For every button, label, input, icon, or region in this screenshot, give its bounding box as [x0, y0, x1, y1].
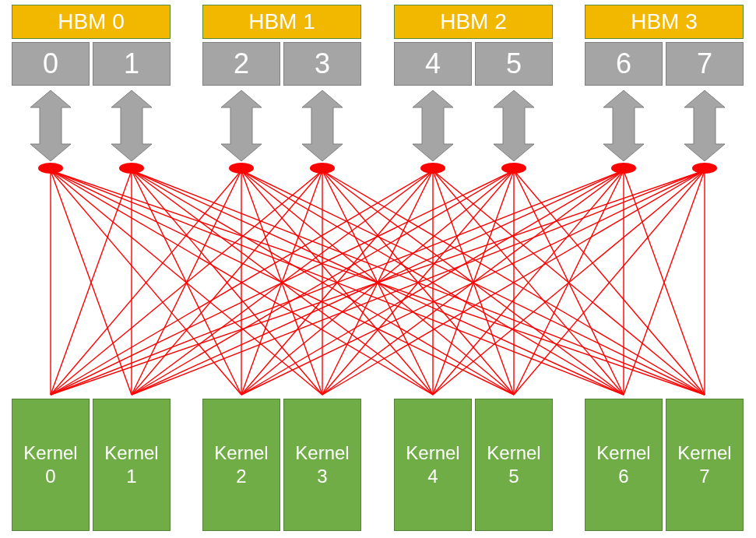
crossbar-line	[51, 171, 705, 395]
crossbar-line	[51, 171, 241, 395]
kernel-index: 1	[126, 465, 136, 488]
crossbar-line	[433, 171, 514, 395]
crossbar-line	[624, 171, 705, 395]
hbm-header-1: HBM 1	[202, 5, 361, 39]
port-box-6: 6	[585, 42, 663, 86]
kernel-index: 0	[45, 465, 55, 488]
crossbar-line	[433, 171, 514, 395]
crossbar-node-1	[119, 163, 144, 174]
crossbar-line	[241, 171, 514, 395]
kernel-box-2: Kernel2	[202, 399, 280, 531]
crossbar-line	[322, 171, 705, 395]
kernel-index: 4	[427, 465, 438, 488]
crossbar-line	[322, 171, 624, 395]
crossbar-line	[433, 171, 624, 395]
kernel-index: 6	[618, 465, 628, 488]
crossbar-line	[51, 171, 132, 395]
crossbar-line	[51, 171, 624, 395]
port-box-2: 2	[202, 42, 280, 86]
crossbar-node-3	[310, 163, 335, 174]
crossbar-line	[433, 171, 705, 395]
crossbar-line	[322, 171, 514, 395]
crossbar-line	[132, 171, 241, 395]
kernel-label: Kernel	[596, 441, 650, 465]
kernel-box-1: Kernel1	[93, 399, 171, 531]
crossbar-line	[241, 171, 705, 395]
crossbar-line	[241, 171, 433, 395]
crossbar-line	[241, 171, 705, 395]
crossbar-line	[624, 171, 705, 395]
port-box-5: 5	[475, 42, 553, 86]
crossbar-line	[241, 171, 624, 395]
crossbar-line	[51, 171, 514, 395]
kernel-label: Kernel	[677, 441, 731, 465]
port-box-7: 7	[666, 42, 744, 86]
crossbar-line	[51, 171, 132, 395]
crossbar-line	[241, 171, 322, 395]
crossbar-line	[132, 171, 241, 395]
crossbar-line	[132, 171, 624, 395]
crossbar-node-7	[692, 163, 717, 174]
crossbar-line	[322, 171, 514, 395]
crossbar-line	[132, 171, 322, 395]
port-box-4: 4	[394, 42, 472, 86]
crossbar-node-0	[38, 163, 63, 174]
crossbar-line	[51, 171, 322, 395]
double-arrow-icon	[684, 90, 725, 161]
crossbar-line	[132, 171, 433, 395]
crossbar-line	[51, 171, 624, 395]
crossbar-line	[132, 171, 322, 395]
crossbar-line	[132, 171, 433, 395]
double-arrow-icon	[111, 90, 152, 161]
kernel-box-6: Kernel6	[585, 399, 663, 531]
crossbar-line	[51, 171, 433, 395]
crossbar-line	[51, 171, 322, 395]
double-arrow-icon	[413, 90, 453, 161]
kernel-label: Kernel	[104, 441, 158, 465]
crossbar-line	[51, 171, 433, 395]
port-box-0: 0	[12, 42, 90, 86]
kernel-box-3: Kernel3	[283, 399, 361, 531]
crossbar-line	[241, 171, 433, 395]
crossbar-node-4	[420, 163, 445, 174]
kernel-box-5: Kernel5	[475, 399, 553, 531]
crossbar-line	[514, 171, 705, 395]
crossbar-line	[51, 171, 705, 395]
hbm-header-2: HBM 2	[394, 5, 553, 39]
kernel-label: Kernel	[487, 441, 540, 465]
crossbar-node-6	[611, 163, 636, 174]
crossbar-line	[241, 171, 624, 395]
kernel-index: 3	[317, 465, 327, 488]
hbm-header-3: HBM 3	[585, 5, 744, 39]
crossbar-line	[514, 171, 705, 395]
double-arrow-icon	[221, 90, 262, 161]
hbm-header-0: HBM 0	[12, 5, 171, 39]
crossbar-line	[132, 171, 514, 395]
kernel-label: Kernel	[23, 441, 77, 465]
crossbar-line	[322, 171, 433, 395]
kernel-label: Kernel	[406, 441, 459, 465]
kernel-index: 7	[699, 465, 709, 488]
crossbar-line	[322, 171, 624, 395]
crossbar-line	[322, 171, 705, 395]
crossbar-line	[514, 171, 624, 395]
kernel-index: 2	[236, 465, 246, 488]
crossbar-line	[514, 171, 624, 395]
double-arrow-icon	[603, 90, 644, 161]
kernel-box-4: Kernel4	[394, 399, 472, 531]
crossbar-line	[51, 171, 241, 395]
double-arrow-icon	[302, 90, 343, 161]
kernel-box-7: Kernel7	[666, 399, 744, 531]
crossbar-line	[132, 171, 514, 395]
double-arrow-icon	[30, 90, 71, 161]
crossbar-line	[51, 171, 514, 395]
crossbar-line	[132, 171, 705, 395]
port-box-3: 3	[283, 42, 361, 86]
port-box-1: 1	[93, 42, 171, 86]
crossbar-line	[132, 171, 705, 395]
kernel-label: Kernel	[295, 441, 349, 465]
kernel-index: 5	[508, 465, 519, 488]
double-arrow-icon	[494, 90, 534, 161]
crossbar-line	[433, 171, 705, 395]
crossbar-line	[322, 171, 433, 395]
